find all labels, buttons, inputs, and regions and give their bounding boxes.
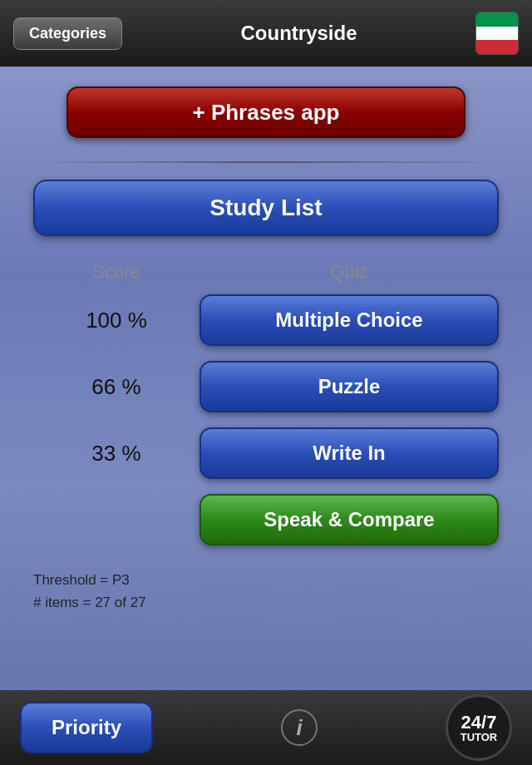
score-puzzle: 66 % — [33, 374, 200, 400]
write-in-button[interactable]: Write In — [200, 427, 499, 479]
priority-button[interactable]: Priority — [20, 702, 153, 753]
threshold-info: Threshold = P3 # items = 27 of 27 — [33, 569, 499, 614]
bottom-bar: Priority i 24/7 TUTOR — [0, 690, 532, 765]
score-write-in: 33 % — [33, 441, 200, 466]
threshold-text: Threshold = P3 # items = 27 of 27 — [33, 569, 200, 614]
flag-green — [476, 12, 518, 27]
phrases-app-button[interactable]: + Phrases app — [66, 86, 466, 138]
page-title: Countryside — [122, 22, 475, 45]
categories-button[interactable]: Categories — [13, 17, 122, 50]
score-quiz-header: Score Quiz — [33, 261, 499, 283]
header: Categories Countryside — [0, 0, 532, 67]
threshold-line1: Threshold = P3 — [33, 569, 200, 591]
flag-white — [476, 27, 518, 41]
multiple-choice-button[interactable]: Multiple Choice — [200, 294, 499, 346]
tutor-label: TUTOR — [461, 732, 498, 743]
score-column-header: Score — [33, 261, 200, 283]
tutor-number: 24/7 — [461, 713, 497, 732]
speak-compare-button[interactable]: Speak & Compare — [200, 494, 499, 545]
info-icon[interactable]: i — [281, 709, 318, 746]
divider — [25, 161, 507, 163]
threshold-line2: # items = 27 of 27 — [33, 591, 200, 614]
quiz-row-speak-compare: Speak & Compare — [33, 494, 499, 545]
italian-flag — [475, 12, 519, 55]
main-content: + Phrases app Study List Score Quiz 100 … — [0, 67, 532, 765]
flag-red — [476, 40, 518, 54]
quiz-row-write-in: 33 % Write In — [33, 427, 499, 479]
study-list-button[interactable]: Study List — [33, 180, 499, 236]
score-multiple-choice: 100 % — [33, 308, 200, 333]
quiz-row-multiple-choice: 100 % Multiple Choice — [33, 294, 499, 346]
puzzle-button[interactable]: Puzzle — [200, 361, 499, 412]
tutor-badge[interactable]: 24/7 TUTOR — [446, 694, 512, 761]
quiz-column-header: Quiz — [200, 261, 499, 283]
quiz-row-puzzle: 66 % Puzzle — [33, 361, 499, 412]
